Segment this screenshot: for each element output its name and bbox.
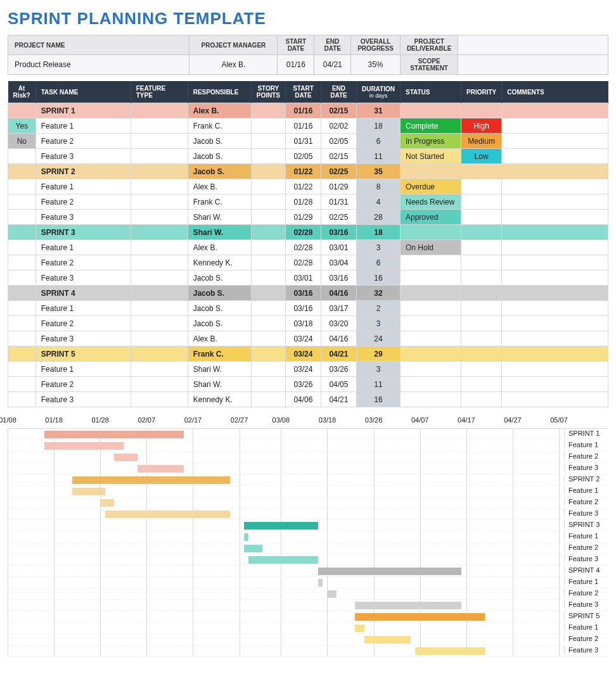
cell[interactable]: 01/29 [321, 179, 356, 194]
cell[interactable] [131, 118, 188, 134]
task-row[interactable]: Feature 1Alex B.01/2201/298Overdue [8, 179, 608, 194]
cell[interactable] [131, 331, 188, 346]
cell[interactable] [461, 255, 501, 270]
cell[interactable]: Feature 2 [35, 377, 131, 392]
cell[interactable]: Jacob S. [188, 134, 251, 149]
cell[interactable] [251, 286, 285, 301]
cell[interactable]: 35 [356, 164, 400, 179]
cell[interactable]: 02/05 [285, 149, 321, 164]
cell[interactable] [251, 164, 285, 179]
cell[interactable]: Feature 1 [35, 362, 131, 377]
cell[interactable] [461, 210, 501, 225]
cell[interactable]: 11 [356, 149, 400, 164]
cell[interactable]: 03/04 [321, 255, 356, 270]
cell[interactable] [131, 392, 188, 407]
cell[interactable] [131, 286, 188, 301]
cell[interactable] [8, 179, 36, 194]
cell[interactable] [461, 194, 501, 210]
cell[interactable] [131, 255, 188, 270]
cell[interactable] [8, 362, 36, 377]
sprint-row[interactable]: SPRINT 5Frank C.03/2404/2129 [8, 346, 608, 362]
cell[interactable] [502, 118, 608, 134]
cell[interactable]: 03/24 [285, 362, 321, 377]
cell[interactable] [131, 225, 188, 240]
cell[interactable]: Complete [400, 118, 461, 134]
cell[interactable] [461, 179, 501, 194]
cell[interactable] [502, 392, 608, 407]
cell-end-date[interactable]: 04/21 [314, 55, 351, 75]
cell[interactable]: Feature 3 [35, 210, 131, 225]
cell-project-name[interactable]: Product Release [8, 55, 189, 75]
cell[interactable]: 3 [356, 362, 400, 377]
cell[interactable] [400, 255, 461, 270]
cell[interactable] [251, 134, 285, 149]
cell-scope[interactable] [458, 55, 608, 75]
task-row[interactable]: Feature 3Shari W.01/2902/2528Approved [8, 210, 608, 225]
sprint-row[interactable]: SPRINT 1Alex B.01/1602/1531 [8, 103, 608, 118]
cell[interactable] [131, 316, 188, 331]
cell[interactable] [131, 164, 188, 179]
cell[interactable] [251, 210, 285, 225]
cell[interactable]: 03/16 [285, 301, 321, 316]
cell[interactable] [502, 179, 608, 194]
cell[interactable]: 03/24 [285, 331, 321, 346]
cell[interactable]: 03/26 [321, 362, 356, 377]
cell[interactable]: 01/29 [285, 210, 321, 225]
cell[interactable] [131, 377, 188, 392]
cell[interactable] [461, 286, 501, 301]
cell[interactable] [461, 103, 501, 118]
cell[interactable] [131, 301, 188, 316]
cell[interactable]: 3 [356, 316, 400, 331]
cell[interactable]: Feature 2 [35, 134, 131, 149]
cell[interactable] [251, 118, 285, 134]
cell[interactable]: Jacob S. [188, 164, 251, 179]
cell[interactable]: SPRINT 3 [35, 225, 131, 240]
cell[interactable]: In Progress [400, 134, 461, 149]
cell[interactable]: 02/25 [321, 164, 356, 179]
cell[interactable] [400, 225, 461, 240]
cell[interactable]: 01/31 [321, 194, 356, 210]
cell[interactable]: Kennedy K. [188, 255, 251, 270]
cell[interactable] [502, 103, 608, 118]
cell[interactable]: Overdue [400, 179, 461, 194]
cell[interactable]: SPRINT 1 [35, 103, 131, 118]
cell[interactable] [400, 392, 461, 407]
task-row[interactable]: YesFeature 1Frank C.01/1602/0218Complete… [8, 118, 608, 134]
cell[interactable] [400, 362, 461, 377]
cell[interactable] [400, 164, 461, 179]
cell[interactable]: 8 [356, 179, 400, 194]
cell[interactable]: 03/24 [285, 346, 321, 362]
cell[interactable] [461, 301, 501, 316]
cell[interactable]: 02/28 [285, 255, 321, 270]
cell[interactable]: SPRINT 4 [35, 286, 131, 301]
cell[interactable]: 4 [356, 194, 400, 210]
cell[interactable]: Feature 1 [35, 179, 131, 194]
sprint-row[interactable]: SPRINT 2Jacob S.01/2202/2535 [8, 164, 608, 179]
cell[interactable] [131, 346, 188, 362]
cell[interactable]: 01/22 [285, 164, 321, 179]
cell[interactable] [461, 316, 501, 331]
sprint-row[interactable]: SPRINT 4Jacob S.03/1604/1632 [8, 286, 608, 301]
cell[interactable] [8, 103, 36, 118]
cell-progress[interactable]: 35% [351, 55, 401, 75]
cell[interactable] [8, 270, 36, 286]
cell[interactable] [502, 194, 608, 210]
cell[interactable]: Yes [8, 118, 36, 134]
cell[interactable]: 03/16 [321, 270, 356, 286]
cell[interactable] [502, 164, 608, 179]
cell[interactable]: Jacob S. [188, 270, 251, 286]
cell[interactable]: 01/22 [285, 179, 321, 194]
cell[interactable] [400, 103, 461, 118]
cell[interactable] [461, 377, 501, 392]
cell[interactable]: Feature 1 [35, 240, 131, 255]
cell[interactable]: 04/06 [285, 392, 321, 407]
cell[interactable]: 02/05 [321, 134, 356, 149]
cell[interactable]: Shari W. [188, 377, 251, 392]
cell[interactable] [131, 134, 188, 149]
cell[interactable] [8, 225, 36, 240]
task-row[interactable]: Feature 1Alex B.02/2803/013On Hold [8, 240, 608, 255]
cell[interactable]: Alex B. [188, 179, 251, 194]
sprint-row[interactable]: SPRINT 3Shari W.02/2803/1618 [8, 225, 608, 240]
cell[interactable] [251, 179, 285, 194]
cell[interactable] [251, 149, 285, 164]
